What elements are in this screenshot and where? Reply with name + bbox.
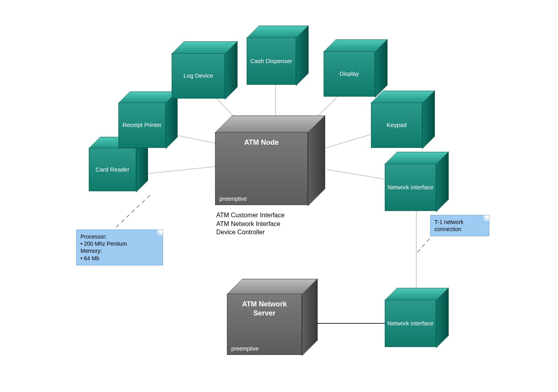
note-t1-connection: T-1 network connection (430, 215, 489, 236)
label: Cash Dispenser (250, 58, 292, 65)
label: Network interface (388, 320, 434, 327)
svg-line-9 (114, 195, 150, 229)
deployment-diagram: Card Reader Receipt Printer Log Device C… (0, 0, 558, 392)
tag: preemptive (219, 196, 247, 203)
label: Card Reader (95, 166, 129, 174)
title: ATM Node (217, 138, 306, 147)
label: Log Device (184, 72, 213, 80)
label: Keypad (387, 121, 407, 129)
label: Network interface (388, 184, 434, 191)
atm-node-caption: ATM Customer Interface ATM Network Inter… (216, 211, 285, 237)
svg-line-6 (327, 170, 387, 179)
label: Display (339, 70, 359, 78)
note-processor: Processor: • 200 Mhz Pentium Memory: • 6… (76, 230, 163, 265)
tag: preemptive (231, 345, 258, 353)
svg-line-0 (148, 166, 224, 174)
label: Receipt Printer (122, 121, 161, 129)
title: ATM Network Server (229, 300, 300, 317)
